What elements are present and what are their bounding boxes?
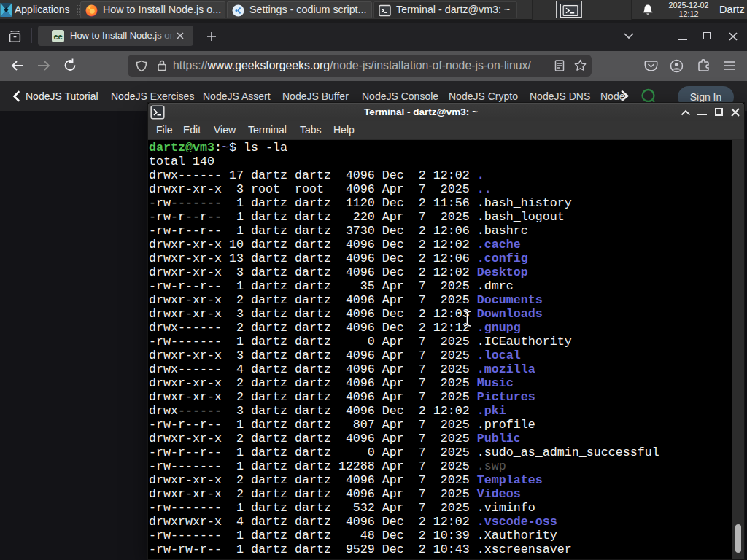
svg-text:ee: ee xyxy=(53,32,62,41)
